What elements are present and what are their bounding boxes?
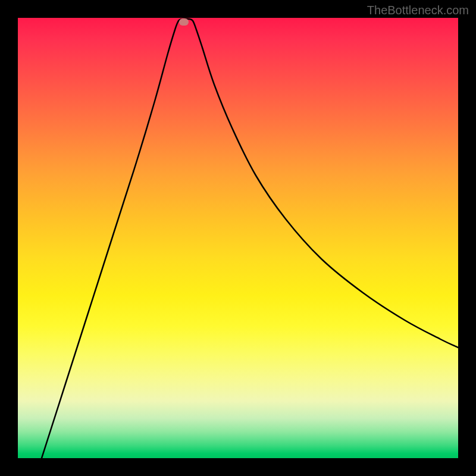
watermark: TheBottleneck.com (367, 4, 469, 17)
optimal-point-marker (179, 18, 189, 26)
chart-container (18, 18, 458, 458)
bottleneck-curve (42, 19, 458, 458)
curve-plot (18, 18, 458, 458)
